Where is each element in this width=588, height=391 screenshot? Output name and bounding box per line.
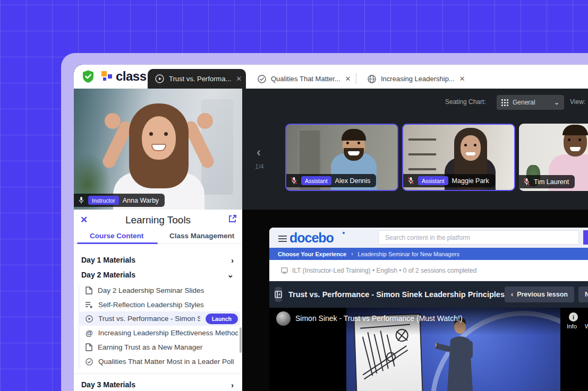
person-eye <box>346 142 349 144</box>
video-title[interactable]: Simon Sinek - Trust vs Performance (Must… <box>295 314 463 323</box>
popout-icon[interactable] <box>228 214 237 225</box>
person-hand <box>105 113 121 129</box>
globe-icon <box>368 75 376 83</box>
previous-lesson-button[interactable]: ‹ Previous lesson <box>505 286 574 302</box>
item-day2-slides[interactable]: Day 2 Leadership Seminar Slides <box>80 283 238 298</box>
seating-chart-dropdown[interactable]: General ⌄ <box>497 95 564 110</box>
item-qualities-poll[interactable]: Qualities That Matter Most in a Leader P… <box>80 354 238 369</box>
tab-trust-vs-performance[interactable]: Trust vs. Performa... ✕ <box>148 69 246 89</box>
mic-muted-icon[interactable] <box>523 178 530 186</box>
info-icon[interactable]: i <box>569 312 578 322</box>
participant-tile-tim[interactable]: Tim Laurent <box>519 124 588 191</box>
channel-avatar[interactable] <box>276 311 291 326</box>
play-circle-icon <box>86 315 93 323</box>
item-label: Trust vs. Performance - Simon Sinek <box>98 315 200 323</box>
person-face <box>461 135 481 161</box>
role-badge: Assistant <box>301 176 331 185</box>
learning-tools-panel: ✕ Learning Tools Course Content Class Ma… <box>74 210 242 391</box>
breadcrumb-separator-icon: › <box>351 251 353 257</box>
tab-increasing-leadership[interactable]: Increasing Leadership... ✕ <box>362 69 471 89</box>
tab-class-management[interactable]: Class Management <box>169 232 234 240</box>
mic-on-icon[interactable] <box>78 196 84 204</box>
participant-name: Maggie Park <box>452 177 489 185</box>
class-logo-icon <box>101 70 113 83</box>
person-hair <box>563 125 588 135</box>
item-earning-trust[interactable]: Earning Trust as a New Manager <box>80 340 238 354</box>
monitor-icon <box>281 267 288 274</box>
tab-qualities-poll[interactable]: Qualities That Matter... ✕ <box>252 69 356 89</box>
tab-separator <box>356 73 356 84</box>
person-eye <box>464 144 467 146</box>
person-smile <box>466 152 475 155</box>
item-increasing-effectiveness[interactable]: @ Increasing Leadership Effectiveness Me… <box>80 326 238 340</box>
section-day3-materials[interactable]: Day 3 Materials › <box>74 377 242 391</box>
person-face <box>142 116 176 160</box>
launch-button[interactable]: Launch <box>206 314 238 324</box>
tab-label: Trust vs. Performa... <box>169 75 231 83</box>
person-eye <box>149 132 153 136</box>
conference-area: Seating Chart: General ⌄ View: ‹ 1/4 <box>242 89 588 210</box>
participant-name-bar: Assistant Maggie Park <box>403 174 495 187</box>
section-label: Day 3 Materials <box>81 380 231 389</box>
carousel-pagination: 1/4 <box>255 163 264 170</box>
panel-title: Learning Tools <box>74 214 242 226</box>
mic-muted-icon[interactable] <box>291 177 297 185</box>
course-meta-row: ILT (Instructor-Led Training) • English … <box>269 260 588 281</box>
item-self-reflection[interactable]: Self-Reflection Leadership Styles <box>80 298 238 312</box>
chevron-right-icon: › <box>231 380 234 389</box>
participant-tile-alex[interactable]: Assistant Alex Dennis <box>285 124 398 191</box>
lesson-bar: Trust vs. Performance - Simon Sinek Lead… <box>269 281 588 308</box>
carousel-prev-icon[interactable]: ‹ <box>257 146 261 159</box>
section-indent-line <box>79 285 79 369</box>
document-icon <box>86 286 92 294</box>
participant-name: Tim Laurent <box>534 178 569 186</box>
watch-later-label[interactable]: Watch later <box>585 323 588 329</box>
view-label: View: <box>570 98 585 106</box>
tab-close-icon[interactable]: ✕ <box>459 75 465 83</box>
next-lesson-button[interactable]: Next <box>578 286 588 302</box>
section-label: Day 2 Materials <box>81 271 227 279</box>
item-label: Increasing Leadership Effectiveness Meth… <box>98 329 238 337</box>
person-hand <box>197 113 213 129</box>
tab-label: Qualities That Matter... <box>271 75 340 83</box>
docebo-embed: docebo Choose Your Experience › Leadersh… <box>269 228 588 391</box>
chevron-left-icon: ‹ <box>511 291 513 298</box>
play-circle-icon <box>155 74 164 83</box>
shelf-decor <box>408 153 436 155</box>
section-day2-materials[interactable]: Day 2 Materials ⌄ <box>74 267 242 283</box>
tab-close-icon[interactable]: ✕ <box>345 75 351 83</box>
search-button[interactable] <box>583 230 588 245</box>
chevron-down-icon: ⌄ <box>554 99 559 106</box>
section-divider <box>74 373 242 374</box>
hamburger-menu-icon[interactable] <box>278 234 287 244</box>
item-trust-vs-performance[interactable]: Trust vs. Performance - Simon Sinek Laun… <box>80 311 238 326</box>
security-shield-icon[interactable] <box>81 69 95 83</box>
person-smile <box>348 151 360 155</box>
list-add-icon <box>86 301 93 308</box>
person-eye <box>357 142 360 144</box>
shelf-decor <box>408 138 436 141</box>
chevron-right-icon: › <box>231 256 234 265</box>
search-input[interactable] <box>378 230 579 245</box>
section-day1-materials[interactable]: Day 1 Materials › <box>74 252 242 268</box>
docebo-header: docebo <box>269 228 588 248</box>
chevron-down-icon: ⌄ <box>227 270 234 280</box>
item-label: Day 2 Leadership Seminar Slides <box>98 286 238 294</box>
mic-muted-icon[interactable] <box>407 177 414 185</box>
person-eye <box>578 138 581 141</box>
class-logo-text: class <box>116 70 147 83</box>
panel-scrollbar[interactable] <box>240 327 242 353</box>
class-app-window: class Trust vs. Performa... ✕ Qualities … <box>74 65 588 391</box>
breadcrumb-root[interactable]: Choose Your Experience <box>278 251 346 257</box>
tab-course-content[interactable]: Course Content <box>90 232 143 240</box>
participant-tile-maggie[interactable]: Assistant Maggie Park <box>402 124 515 191</box>
instructor-video-tile[interactable]: Instructor Anna Warby <box>74 89 242 210</box>
person-hair <box>342 129 366 141</box>
tab-close-icon[interactable]: ✕ <box>236 75 242 83</box>
role-badge: Instructor <box>88 196 119 205</box>
lesson-title: Trust vs. Performance - Simon Sinek Lead… <box>288 290 505 299</box>
video-player[interactable]: Simon Sinek - Trust vs Performance (Must… <box>269 308 588 391</box>
check-circle-icon <box>258 75 266 83</box>
seating-chart-label: Seating Chart: <box>445 98 486 106</box>
breadcrumb-current[interactable]: Leadership Seminar for New Managers <box>358 251 459 257</box>
